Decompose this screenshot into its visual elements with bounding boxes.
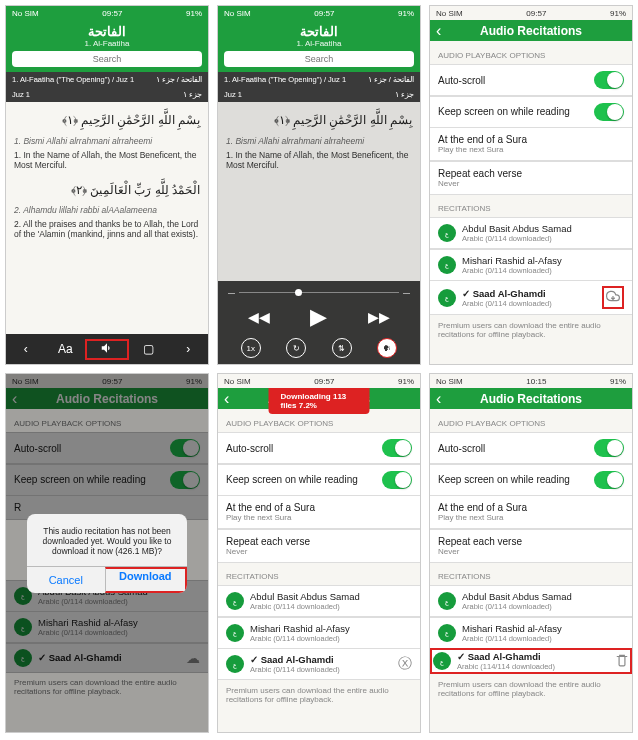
keepscreen-toggle[interactable]	[382, 471, 412, 489]
nav-header: الفاتحة 1. Al-Faatiha	[6, 20, 208, 51]
verses-content: بِسْمِ اللَّهِ الرَّحْمَٰنِ الرَّحِيمِ ﴿…	[6, 102, 208, 334]
flag-icon: ع	[438, 289, 456, 307]
flag-icon: ع	[438, 256, 456, 274]
speed-button[interactable]: 1x	[241, 338, 261, 358]
download-alert: This audio recitation has not been downl…	[27, 514, 187, 593]
screen-audio-player: No SIM09:5791% الفاتحة 1. Al-Faatiha 1. …	[217, 5, 421, 365]
screen-downloaded: No SIM10:1591% ‹Audio Recitations AUDIO …	[429, 373, 633, 733]
status-bar: No SIM09:5791%	[218, 6, 420, 20]
reciter-row-selected[interactable]: ع ✓ Saad Al-GhamdiArabic (0/114 download…	[218, 648, 420, 680]
reciter-row-selected[interactable]: ع ✓ Saad Al-GhamdiArabic (0/114 download…	[430, 280, 632, 315]
keepscreen-toggle[interactable]	[594, 471, 624, 489]
verse-translation: 2. All the praises and thanks be to Alla…	[14, 219, 200, 239]
delete-icon[interactable]	[615, 652, 629, 671]
cancel-download-icon[interactable]: ⓧ	[398, 655, 412, 673]
search-input[interactable]	[224, 51, 414, 67]
cancel-button[interactable]: Cancel	[27, 567, 105, 593]
shuffle-button[interactable]: ⇅	[332, 338, 352, 358]
verse-arabic: بِسْمِ اللَّهِ الرَّحْمَٰنِ الرَّحِيمِ ﴿…	[14, 110, 200, 132]
autoscroll-row: Auto-scroll	[430, 64, 632, 96]
reciter-row[interactable]: ع Abdul Basit Abdus SamadArabic (0/114 d…	[430, 217, 632, 249]
search-input[interactable]	[12, 51, 202, 67]
surah-title-arabic: الفاتحة	[6, 24, 208, 39]
reciter-row-selected[interactable]: ع ✓ Saad Al-GhamdiArabic (114/114 downlo…	[430, 648, 632, 674]
keepscreen-row: Keep screen on while reading	[430, 96, 632, 128]
audio-player-panel: —— ◀◀ ▶ ▶▶ 1x ↻ ⇅ 🗣	[218, 281, 420, 364]
surah-title-english: 1. Al-Faatiha	[6, 39, 208, 48]
verse-transliteration: 2. Alhamdu lillahi rabbi alAAalameena	[14, 205, 200, 215]
juz-row: Juz 1جزء ١	[6, 87, 208, 102]
bookmark-button[interactable]: ▢	[129, 342, 169, 356]
back-button[interactable]: ‹	[224, 390, 229, 408]
font-button[interactable]: Aa	[46, 342, 86, 356]
progress-bar[interactable]: ——	[228, 289, 410, 296]
autoscroll-toggle[interactable]	[594, 439, 624, 457]
back-button[interactable]: ‹	[436, 22, 441, 40]
surah-meta-row: 1. Al-Faatiha ("The Opening") / Juz 1الف…	[6, 72, 208, 87]
verse-transliteration: 1. Bismi Allahi alrrahmani alrraheemi	[14, 136, 200, 146]
reciter-row[interactable]: ع Mishari Rashid al-AfasyArabic (0/114 d…	[430, 249, 632, 281]
verse-arabic: الْحَمْدُ لِلَّهِ رَبِّ الْعَالَمِينَ ﴿٢…	[14, 180, 200, 202]
repeat-row[interactable]: Repeat each verseNever	[430, 161, 632, 195]
download-icon[interactable]	[602, 286, 624, 309]
alert-backdrop: This audio recitation has not been downl…	[6, 374, 208, 732]
search-bar	[218, 51, 420, 72]
keepscreen-toggle[interactable]	[594, 103, 624, 121]
play-button[interactable]: ▶	[310, 304, 327, 330]
endsura-row[interactable]: At the end of a SuraPlay the next Sura	[430, 127, 632, 161]
status-bar: No SIM09:5791%	[430, 6, 632, 20]
back-button[interactable]: ‹	[436, 390, 441, 408]
screen-downloading: No SIM09:5791% Downloading 113 files 7.2…	[217, 373, 421, 733]
alert-message: This audio recitation has not been downl…	[27, 514, 187, 566]
flag-icon: ع	[438, 224, 456, 242]
next-track-button[interactable]: ▶▶	[368, 309, 390, 325]
verse-translation: 1. In the Name of Allah, the Most Benefi…	[14, 150, 200, 170]
reciter-button[interactable]: 🗣	[377, 338, 397, 358]
screen-download-alert: No SIM09:5791% ‹Audio Recitations AUDIO …	[5, 373, 209, 733]
screen-surah-reading: No SIM09:5791% الفاتحة 1. Al-Faatiha 1. …	[5, 5, 209, 365]
status-bar: No SIM09:5791%	[6, 6, 208, 20]
screen-recitations-download: No SIM09:5791% ‹ Audio Recitations AUDIO…	[429, 5, 633, 365]
search-bar	[6, 51, 208, 72]
nav-header: الفاتحة 1. Al-Faatiha	[218, 20, 420, 51]
repeat-button[interactable]: ↻	[286, 338, 306, 358]
prev-track-button[interactable]: ◀◀	[248, 309, 270, 325]
prev-button[interactable]: ‹	[6, 342, 46, 356]
autoscroll-toggle[interactable]	[382, 439, 412, 457]
audio-button[interactable]	[85, 339, 129, 360]
autoscroll-toggle[interactable]	[594, 71, 624, 89]
download-banner: Downloading 113 files 7.2%	[269, 388, 370, 414]
nav-header: ‹ Audio Recitations	[430, 20, 632, 41]
page-title: Audio Recitations	[430, 24, 632, 38]
next-button[interactable]: ›	[168, 342, 208, 356]
bottom-toolbar: ‹ Aa ▢ ›	[6, 334, 208, 364]
download-button[interactable]: Download	[105, 567, 188, 593]
